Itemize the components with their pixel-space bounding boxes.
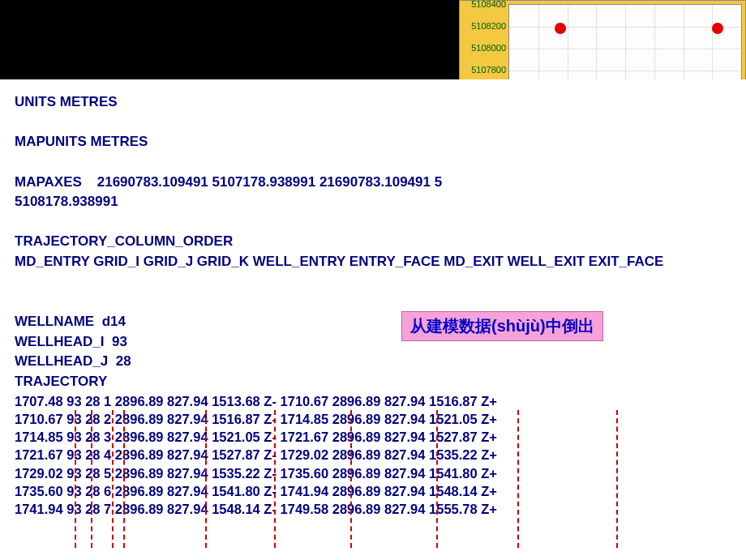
ytick: 5108400	[461, 0, 506, 9]
slide-body: UNITS METRES MAPUNITS METRES MAPAXES 216…	[0, 79, 746, 560]
trajectory-label: TRAJECTORY	[15, 372, 731, 392]
column-marker	[274, 410, 276, 548]
wellhead-j-line: WELLHEAD_J 28	[15, 352, 731, 372]
ytick: 5107800	[461, 65, 506, 75]
column-marker	[75, 410, 76, 548]
mapaxes-line: MAPAXES 21690783.109491 5107178.938991 2…	[15, 173, 731, 193]
trajectory-row: 1741.94 93 28 7 2896.89 827.94 1548.14 Z…	[15, 500, 731, 518]
trajectory-row: 1721.67 93 28 4 2896.89 827.94 1527.87 Z…	[15, 446, 731, 464]
mapunits-line: MAPUNITS METRES	[15, 132, 731, 152]
trajectory-row: 1714.85 93 28 3 2896.89 827.94 1521.05 Z…	[15, 428, 731, 446]
annotation-callout: 从建模数据(shùjù)中倒出	[401, 311, 603, 341]
ytick: 5108200	[461, 21, 506, 31]
units-line: UNITS METRES	[15, 92, 731, 113]
wellname-line: WELLNAME d14	[15, 312, 731, 332]
column-marker	[123, 410, 125, 548]
column-marker	[112, 410, 114, 548]
traj-order-label: TRAJECTORY_COLUMN_ORDER	[15, 232, 731, 252]
trajectory-row: 1735.60 93 28 6 2896.89 827.94 1541.80 Z…	[15, 482, 731, 500]
column-marker	[205, 410, 207, 548]
scatter-point	[712, 23, 723, 34]
trajectory-row: 1729.02 93 28 5 2896.89 827.94 1535.22 Z…	[15, 464, 731, 482]
traj-order-cols: MD_ENTRY GRID_I GRID_J GRID_K WELL_ENTRY…	[15, 252, 731, 272]
trajectory-row: 1707.48 93 28 1 2896.89 827.94 1513.68 Z…	[15, 392, 731, 410]
column-marker	[350, 410, 352, 548]
mapaxes-line2: 5108178.938991	[15, 192, 731, 212]
column-marker	[436, 410, 438, 548]
scatter-point	[555, 23, 566, 34]
ytick: 5108000	[461, 43, 506, 53]
column-marker	[616, 410, 618, 548]
trajectory-row: 1710.67 93 28 2 2896.89 827.94 1516.87 Z…	[15, 410, 731, 428]
column-marker	[517, 410, 519, 548]
column-marker	[91, 410, 92, 548]
wellhead-i-line: WELLHEAD_I 93	[15, 332, 731, 353]
